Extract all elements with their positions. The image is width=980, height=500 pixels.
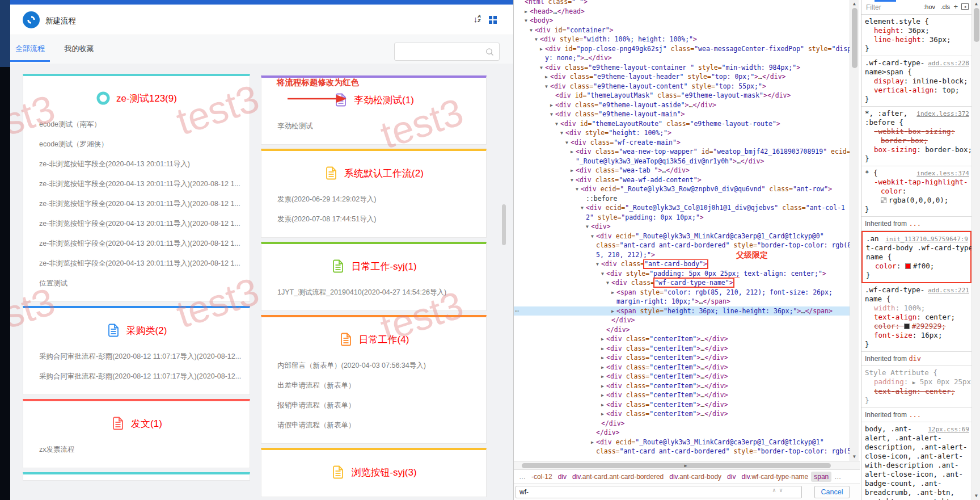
breadcrumb-item[interactable]: div xyxy=(555,472,569,482)
expand-icon[interactable]: ▶ xyxy=(543,73,550,82)
collapse-icon[interactable]: ▼ xyxy=(604,279,611,288)
css-rule-line[interactable]: text-align: center; xyxy=(861,313,971,322)
devtools-tree-row[interactable]: ⋯▶<span style="height: 36px; line-height… xyxy=(514,306,850,316)
workflow-item[interactable]: 内部留言（新表单）(2020-04-03 07:56:34导入) xyxy=(261,356,486,376)
devtools-tree-row[interactable]: ▼<div class="ant-card-body"> xyxy=(514,259,850,269)
workflow-item[interactable]: 请假申请流程（新表单） xyxy=(261,415,486,435)
expand-icon[interactable]: ▶ xyxy=(599,401,606,410)
devtools-tree-row[interactable]: ▼<div class="wf-create-main"> xyxy=(514,138,850,148)
css-rule-line[interactable]: border-box; xyxy=(861,136,971,145)
stylesheet-link[interactable]: index.less:372 xyxy=(916,110,969,119)
css-rule-line[interactable]: } xyxy=(861,205,971,214)
devtools-tree-row[interactable]: </div> xyxy=(514,316,850,325)
scroll-down-icon[interactable]: ▼ xyxy=(850,453,859,460)
collapse-icon[interactable]: ▼ xyxy=(599,270,606,279)
css-rule-line[interactable]: display: inline-block; xyxy=(861,77,971,86)
sort-az-icon[interactable]: ↓AZ xyxy=(474,14,481,23)
collapse-icon[interactable]: ▼ xyxy=(522,16,530,26)
expand-icon[interactable]: ▶ xyxy=(599,335,606,344)
inherited-node-link[interactable]: div xyxy=(909,355,921,363)
elements-vertical-scrollbar[interactable]: ▲ ▼ xyxy=(850,0,859,461)
devtools-tree-row[interactable]: ▼<div class="e9theme-layout-content" sty… xyxy=(514,82,850,91)
css-rule-line[interactable]: .wf-card-type-add.css:221 xyxy=(861,285,971,295)
css-rule-line[interactable]: alert, .ant-alert-description, .ant-aler… xyxy=(861,434,971,500)
css-rule-line[interactable]: name { xyxy=(863,253,970,262)
devtools-tree-row[interactable]: ▼<div id="themeLayoutRoute" class="e9the… xyxy=(514,119,850,129)
stylesheet-link[interactable]: index.less:374 xyxy=(916,169,969,178)
expand-icon[interactable]: ▶ xyxy=(599,363,606,372)
css-rule-line[interactable]: } xyxy=(861,340,971,349)
devtools-tree-row[interactable]: ▶<div class="e9theme-layout-aside">…</di… xyxy=(514,100,850,110)
breadcrumb-item[interactable]: span xyxy=(811,472,831,482)
workflow-item[interactable]: ecode测试（南军） xyxy=(23,115,250,135)
collapse-icon[interactable]: ▼ xyxy=(589,232,596,241)
devtools-tree-row[interactable]: ▼<div class="e9theme-layout-main"> xyxy=(514,110,850,119)
css-rule-line[interactable]: -webkit-box-sizing: xyxy=(861,127,971,136)
cancel-button[interactable]: Cancel xyxy=(814,486,850,498)
elements-horizontal-scrollbar[interactable]: ◀ ▶ xyxy=(514,461,860,469)
stylesheet-link[interactable]: init_113710…95759647:9 xyxy=(885,235,968,244)
css-rule-line[interactable]: } xyxy=(863,271,970,280)
expand-icon[interactable]: ▶ xyxy=(599,391,606,400)
row-actions-ellipsis[interactable]: ⋯ xyxy=(515,306,519,316)
collapse-icon[interactable]: ▼ xyxy=(578,204,586,213)
collapse-icon[interactable]: ▼ xyxy=(538,64,545,73)
devtools-tree-row[interactable]: ▼<div class="wf-card-type-name"> xyxy=(514,278,850,288)
devtools-tree-row[interactable]: ::before xyxy=(514,194,850,204)
css-rule-line[interactable]: font-size: 16px; xyxy=(861,331,971,340)
devtools-tree-row[interactable]: ▶<div class="wea-new-top-wapper" id="wea… xyxy=(514,147,850,157)
workflow-item[interactable]: zx发票流程 xyxy=(23,440,250,460)
breadcrumb-item[interactable]: -col-12 xyxy=(529,472,555,482)
devtools-tree-row[interactable]: ▼<div class="e9theme-layout-container " … xyxy=(514,63,850,73)
breadcrumb-item[interactable]: div.ant-card-body xyxy=(666,472,724,482)
expand-icon[interactable]: ▶ xyxy=(599,382,606,391)
workflow-item[interactable]: 报销申请流程（新表单） xyxy=(261,396,486,415)
devtools-tree-row[interactable]: <div id="themeLayoutMask" class="e9theme… xyxy=(514,91,850,100)
styles-filter-input[interactable]: Filter xyxy=(866,3,881,11)
scrollbar-thumb[interactable] xyxy=(974,8,979,42)
devtools-tree-row[interactable]: ▶<div class="centerItem">…</div> xyxy=(514,363,850,372)
devtools-tree-row[interactable]: ▼<div ecid="_Route@lyk3w3_Col@10j0h1@1_d… xyxy=(514,203,850,213)
collapse-icon[interactable]: ▼ xyxy=(533,35,540,44)
stylesheet-link[interactable]: add.css:221 xyxy=(928,286,969,295)
devtools-tree-row[interactable]: ▼<div ecid="_Route@lyk3w3_MLinkCard@ca3e… xyxy=(514,232,850,241)
devtools-tree-row[interactable]: </div> xyxy=(514,419,850,428)
workflow-item[interactable]: ze-非浏览按钮字段全(2020-04-13 20:01:11导入) xyxy=(23,154,250,174)
css-rule-line[interactable]: } xyxy=(861,95,971,104)
breadcrumb-item[interactable]: div.wf-card-type-name xyxy=(738,472,811,482)
expand-icon[interactable]: ▶ xyxy=(599,372,606,381)
color-swatch[interactable] xyxy=(904,323,910,329)
devtools-tree-row[interactable]: ▶<span style="color: rgb(85, 210, 212); … xyxy=(514,288,850,297)
css-rule-line[interactable]: line-height: 36px; xyxy=(861,35,971,44)
devtools-tree-row[interactable]: y: none;">…</div> xyxy=(514,53,850,63)
devtools-tree-row[interactable]: ▶<div ecid="_Route@lyk3w3_MLinkCard@ca3e… xyxy=(514,438,850,447)
devtools-tree-row[interactable]: ▶<div class="centerItem">…</div> xyxy=(514,334,850,344)
expand-icon[interactable]: ▶ xyxy=(609,288,616,297)
devtools-tree-row[interactable]: class="ant-card ant-card-bordered" style… xyxy=(514,447,850,456)
expand-icon[interactable]: ▶ xyxy=(522,7,530,16)
workflow-item[interactable]: 位置测试 xyxy=(23,274,250,293)
devtools-tree-row[interactable]: ▶<head>…</head> xyxy=(514,7,850,16)
devtools-tree-row[interactable]: ▼<div style="height: 100%;"> xyxy=(514,128,850,138)
collapse-icon[interactable]: ▼ xyxy=(563,138,571,148)
devtools-tree-row[interactable]: </div> xyxy=(514,325,850,335)
workflow-item[interactable]: ecode测试（罗湘侠） xyxy=(23,135,250,154)
dom-search-input[interactable] xyxy=(516,486,802,498)
breadcrumb-item[interactable]: div xyxy=(724,472,738,482)
workflow-item[interactable]: 出差申请流程（新表单） xyxy=(261,376,486,396)
stylesheet-link[interactable]: 12px.css:69 xyxy=(928,425,969,434)
workflow-item[interactable]: 发票(2020-06-29 14:29:02导入) xyxy=(261,190,486,209)
inherited-node-link[interactable]: ... xyxy=(909,220,921,228)
css-rule-line[interactable]: text-align: center; xyxy=(861,387,971,396)
workflow-item[interactable]: 发票(2020-07-08 17:44:51导入) xyxy=(261,209,486,229)
collapse-icon[interactable]: ▼ xyxy=(527,26,535,35)
search-prev-icon[interactable]: ∧ xyxy=(772,487,776,493)
devtools-tree-row[interactable]: 2" style="padding: 0px 10px;"> xyxy=(514,213,850,222)
css-rule-line[interactable]: .wf-card-type-add.css:228 xyxy=(861,58,971,68)
devtools-tree-row[interactable]: ▼<div class="wea-wf-add-content"> xyxy=(514,175,850,185)
expand-icon[interactable]: ▶ xyxy=(568,148,576,157)
css-rule-line[interactable]: padding: ▶ 5px 0px 25px; xyxy=(861,377,971,387)
devtools-tree-row[interactable]: ▶<div class="centerItem">…</div> xyxy=(514,409,850,419)
workflow-item[interactable]: ze-非浏览按钮字段全(2020-04-13 20:01:11导入)(2020-… xyxy=(23,174,250,194)
grid-view-icon[interactable] xyxy=(489,16,497,24)
